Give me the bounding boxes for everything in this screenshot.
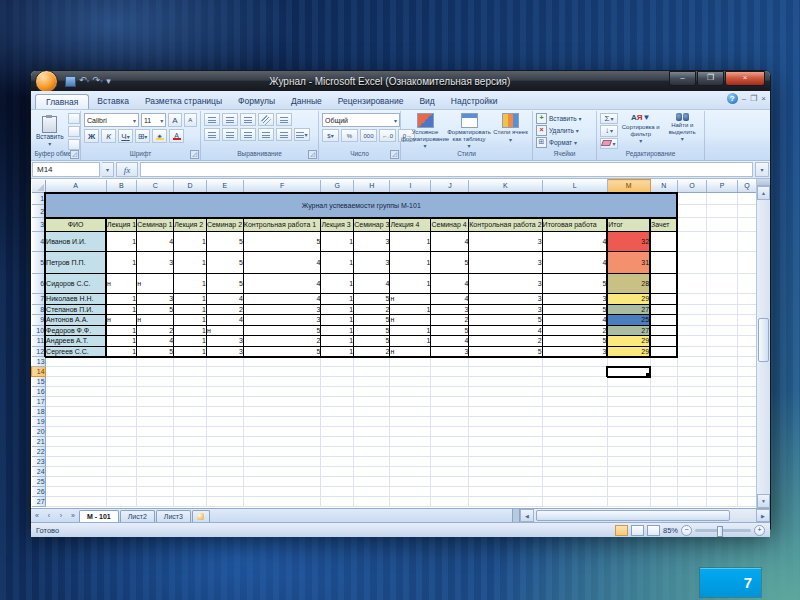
doc-minimize-button[interactable]: – [742,94,746,104]
cell[interactable] [354,457,390,467]
score-cell[interactable]: 1 [174,252,207,274]
score-cell[interactable]: 2 [243,336,321,347]
align-middle-icon[interactable] [222,113,238,126]
column-header[interactable]: M [607,180,650,193]
cell[interactable] [354,357,390,367]
score-cell[interactable]: 1 [106,336,137,347]
table-header-cell[interactable]: Семинар 2 [206,218,243,232]
score-cell[interactable]: 2 [431,315,469,326]
cell[interactable] [206,447,243,457]
cell[interactable] [174,497,207,507]
cell[interactable] [469,387,542,397]
cell[interactable] [137,487,174,497]
score-cell[interactable]: 4 [542,252,607,274]
score-cell[interactable]: 1 [174,274,207,294]
copy-icon[interactable] [68,126,80,137]
row-header[interactable]: 22 [32,447,46,457]
cell[interactable] [677,346,706,357]
table-header-cell[interactable]: Итог [607,218,650,232]
table-title[interactable]: Журнал успеваемости группы М-101 [45,193,677,218]
cell[interactable] [677,252,706,274]
table-header-cell[interactable]: Контрольная работа 1 [243,218,321,232]
cell[interactable] [390,387,431,397]
cell[interactable] [431,467,469,477]
cell[interactable] [431,387,469,397]
cell[interactable] [243,487,321,497]
score-cell[interactable]: 1 [390,304,431,315]
split-handle[interactable] [757,179,770,186]
cell[interactable] [707,346,738,357]
cell[interactable] [607,387,650,397]
cell[interactable] [707,417,738,427]
cell[interactable] [431,487,469,497]
cell[interactable] [321,357,354,367]
cell[interactable] [542,377,607,387]
cell[interactable] [607,477,650,487]
cell[interactable] [390,477,431,487]
cell[interactable] [206,437,243,447]
row-header[interactable]: 23 [32,457,46,467]
cell[interactable] [469,447,542,457]
cell[interactable] [677,417,706,427]
font-color-icon[interactable]: А [169,129,184,143]
cell[interactable] [174,477,207,487]
row-header[interactable]: 7 [32,294,46,305]
student-name-cell[interactable]: Сидоров С.С. [45,274,106,294]
score-cell[interactable]: н [390,294,431,305]
cell[interactable] [677,294,706,305]
cell[interactable] [650,367,677,377]
column-header[interactable]: C [137,180,174,193]
cell[interactable] [607,487,650,497]
cell[interactable] [354,447,390,457]
score-cell[interactable]: 4 [469,325,542,336]
cell[interactable] [174,357,207,367]
score-cell[interactable]: 4 [431,274,469,294]
score-cell[interactable]: 5 [243,232,321,252]
score-cell[interactable]: 5 [137,346,174,357]
cell[interactable] [737,294,756,305]
ribbon-tab[interactable]: Данные [283,94,330,109]
cell[interactable] [243,417,321,427]
ribbon-tab[interactable]: Главная [35,94,89,109]
cell[interactable] [106,487,137,497]
zoom-in-button[interactable]: + [754,525,765,536]
total-cell[interactable]: 25 [607,315,650,326]
cell[interactable] [677,377,706,387]
borders-icon[interactable]: ⊞▾ [135,129,150,143]
fill-color-icon[interactable]: ◈ [152,129,167,143]
sort-filter-button[interactable]: АЯ▼ Сортировка и фильтр▾ [621,113,660,149]
cell[interactable] [607,417,650,427]
undo-icon[interactable]: ↶▾ [79,76,90,86]
cell[interactable] [677,387,706,397]
column-header[interactable]: Q [737,180,756,193]
cell[interactable] [737,427,756,437]
row-header[interactable]: 10 [32,325,46,336]
row-header[interactable]: 16 [32,387,46,397]
cell[interactable] [677,193,706,205]
zoom-level[interactable]: 85% [663,526,678,535]
student-name-cell[interactable]: Сергеев С.С. [45,346,106,357]
score-cell[interactable]: 4 [206,315,243,326]
row-header[interactable]: 26 [32,487,46,497]
column-header[interactable]: J [431,180,469,193]
vertical-scroll-thumb[interactable] [758,318,769,362]
cell[interactable] [243,377,321,387]
column-header[interactable]: G [321,180,354,193]
cell[interactable] [45,457,106,467]
page-break-view-icon[interactable] [647,525,660,536]
cell[interactable] [174,467,207,477]
column-header[interactable]: I [390,180,431,193]
row-header[interactable]: 15 [32,377,46,387]
score-cell[interactable]: 3 [243,304,321,315]
cell[interactable] [45,477,106,487]
cell[interactable] [174,407,207,417]
score-cell[interactable]: 1 [321,346,354,357]
ribbon-tab[interactable]: Вставка [89,94,137,109]
cell[interactable] [542,497,607,507]
cell[interactable] [321,437,354,447]
cell[interactable] [45,447,106,457]
score-cell[interactable]: 1 [321,315,354,326]
cell[interactable] [469,397,542,407]
selected-cell[interactable] [607,367,650,377]
cell[interactable] [677,497,706,507]
